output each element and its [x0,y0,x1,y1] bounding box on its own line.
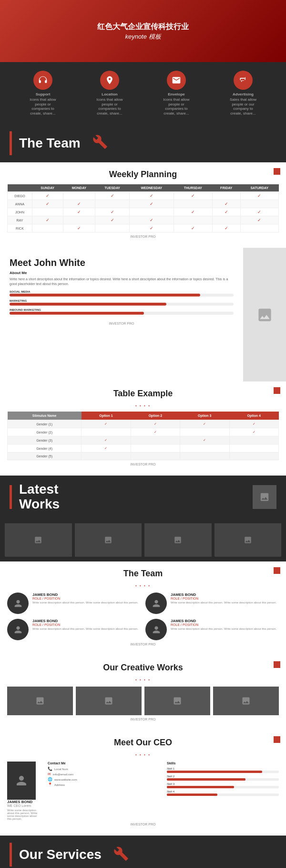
red-bar [10,131,12,155]
work-image-1 [5,523,72,557]
table-row: Gender (3) ✓ ✓ [8,436,279,445]
red-bar-lw [10,485,12,509]
hero-subtitle: keynote 模板 [97,32,189,41]
work-image-2 [75,523,142,557]
icon-item-advertising: Advertising Sales that allow people or o… [229,71,257,116]
our-services-title: Our Services [19,847,102,862]
icon-item-location: Location Icons that allow people or comp… [95,71,124,116]
avatar-2 [145,593,167,614]
work-image-4 [214,523,282,557]
latest-works-images-slide [0,519,286,561]
creative-work-4 [213,687,279,715]
icons-row-slide: Support Icons that allow people or compa… [0,62,286,124]
icon-item-support: Support Icons that allow people or compa… [29,71,57,116]
table-row: Gender (4) ✓ [8,445,279,453]
ceo-slide: Meet Our CEO • • • • JAMES BOND WE CEO L… [0,730,286,836]
wrench-icon-os [113,846,129,863]
latest-works-slide: Latest Works [0,476,286,519]
ceo-dots: • • • • [7,752,279,757]
team-member-1: JAMES BOND ROLE / POSITION Write some de… [7,593,141,614]
table-row: RAY ✓ ✓ ✓ ✓ [8,216,279,224]
john-content: Meet John White About Me Write here a sh… [0,248,243,381]
contact-title: Contact Me [48,762,160,765]
work-image-3 [144,523,212,557]
creative-works-title: Our Creative Works [7,663,279,673]
ceo-skills: Skills Skill 1 Skill 2 Skill 3 Skill 4 [167,762,279,820]
dots: • • • • [7,403,279,408]
creative-work-1 [7,687,73,715]
table-row: ANNA ✓ ✓ ✓ ✓ [8,200,279,208]
avatar-3 [7,619,29,640]
table-row: DIEGO ✓ ✓ ✓ ✓ ✓ [8,192,279,200]
john-title: Meet John White [10,257,234,268]
investor-pro-table: INVESTOR PRO [7,460,279,468]
latest-works-grid [5,523,281,557]
table-row: JOHN ✓ ✓ ✓ ✓ ✓ [8,208,279,216]
table-row: Gender (2) ✓ ✓ [8,428,279,436]
creative-work-2 [76,687,142,715]
contact-phone: 📞 Local Num [48,767,160,771]
red-corner-tg [274,567,280,574]
table-row: Gender (5) [8,453,279,460]
weekly-planning-slide: Weekly Planning SUNDAY MONDAY TUESDAY WE… [0,162,286,248]
creative-dots: • • • • [7,677,279,682]
contact-address: 📍 Address [48,783,160,787]
ceo-skill-3: Skill 3 [167,783,279,788]
ceo-content: JAMES BOND WE CEO Lorem Write some descr… [7,762,279,820]
wrench-icon [92,134,108,153]
ceo-skill-2: Skill 2 [167,775,279,781]
red-corner-cw [274,661,280,668]
table-example-slide: Table Example • • • • Stimulus Name Opti… [0,381,286,476]
team-dots: • • • • [7,583,279,588]
skills-title: Skills [167,762,279,765]
ceo-skill-4: Skill 4 [167,790,279,796]
john-photo [243,248,286,381]
the-team-slide: The Team [0,124,286,162]
ceo-left: JAMES BOND WE CEO Lorem Write some descr… [7,762,41,820]
red-corner-ceo [274,736,280,743]
hero-slide: 红色大气企业宣传科技行业 keynote 模板 [0,0,286,62]
team-member-3: JAMES BOND ROLE / POSITION Write some de… [7,619,141,640]
ceo-role: WE CEO Lorem [7,804,41,807]
team-member-grid: JAMES BOND ROLE / POSITION Write some de… [7,593,279,640]
ceo-name: JAMES BOND [7,800,41,804]
team-grid-slide: The Team • • • • JAMES BOND ROLE / POSIT… [0,561,286,656]
our-services-slide: Our Services [0,836,286,868]
contact-section: Contact Me 📞 Local Num ✉ info@email.com … [48,762,160,820]
contact-email: ✉ info@email.com [48,772,160,776]
planning-title: Weekly Planning [7,169,279,180]
latest-works-text: Latest Works [19,482,60,512]
icon-item-envelope: Envelope Icons that allow people or comp… [162,71,191,116]
table-row: RICK ✓ ✓ ✓ ✓ [8,224,279,233]
about-text: Write here a short description about the… [10,277,234,286]
ceo-avatar [7,762,36,800]
team-member-4: JAMES BOND ROLE / POSITION Write some de… [145,619,279,640]
team-member-2: JAMES BOND ROLE / POSITION Write some de… [145,593,279,614]
creative-work-3 [144,687,210,715]
investor-pro-john: INVESTOR PRO [10,319,234,328]
red-corner [274,387,280,394]
team-heading: The Team [19,136,81,151]
contact-web: 🌐 www.website.com [48,777,160,782]
investor-pro-tg: INVESTOR PRO [7,640,279,648]
avatar-4 [145,619,167,640]
ceo-desc: Write some description about this person… [7,809,41,820]
red-bar-os [10,843,12,867]
about-label: About Me [10,271,234,275]
planning-table: SUNDAY MONDAY TUESDAY WEDNESDAY THURSDAY… [7,184,279,233]
table-title: Table Example [7,389,279,399]
table-row: Gender (1) ✓ ✓ ✓ ✓ [8,420,279,428]
red-corner-icon [274,168,280,175]
hero-title: 红色大气企业宣传科技行业 [97,21,189,32]
investor-pro-ceo: INVESTOR PRO [7,820,279,828]
meet-john-slide: Meet John White About Me Write here a sh… [0,248,286,381]
ceo-title: Meet Our CEO [7,738,279,748]
team-grid-title: The Team [7,569,279,579]
latest-works-image [253,485,276,509]
creative-works-slide: Our Creative Works • • • • INVESTOR PRO [0,656,286,730]
ceo-skill-1: Skill 1 [167,767,279,773]
example-table: Stimulus Name Option 1 Option 2 Option 3… [7,412,279,460]
avatar-1 [7,593,29,614]
investor-pro-cw: INVESTOR PRO [7,715,279,723]
investor-pro-label: INVESTOR PRO [7,233,279,241]
